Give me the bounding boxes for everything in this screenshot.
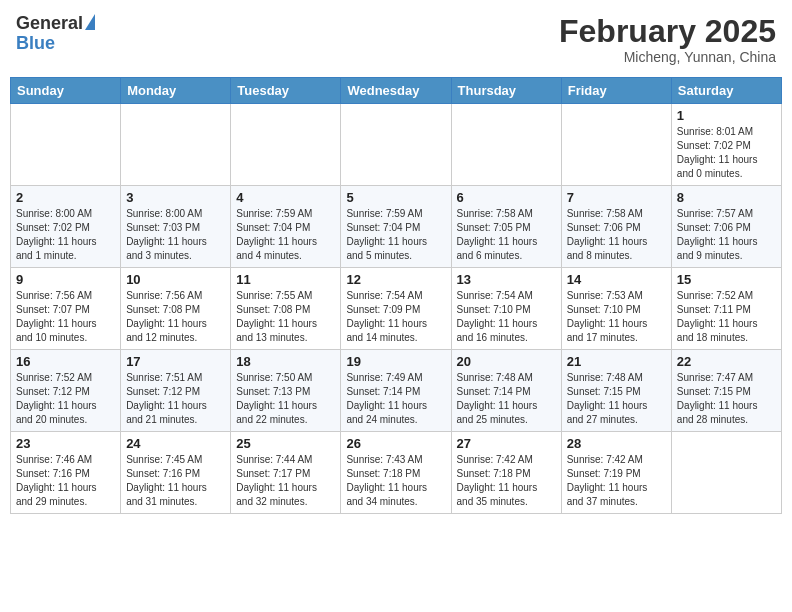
day-number: 7 bbox=[567, 190, 666, 205]
week-row-0: 1Sunrise: 8:01 AMSunset: 7:02 PMDaylight… bbox=[11, 104, 782, 186]
logo-triangle-icon bbox=[85, 14, 95, 30]
day-number: 28 bbox=[567, 436, 666, 451]
calendar-cell: 24Sunrise: 7:45 AMSunset: 7:16 PMDayligh… bbox=[121, 432, 231, 514]
logo-general-text: General bbox=[16, 14, 83, 34]
calendar-cell: 14Sunrise: 7:53 AMSunset: 7:10 PMDayligh… bbox=[561, 268, 671, 350]
day-info: Sunrise: 7:54 AMSunset: 7:09 PMDaylight:… bbox=[346, 289, 445, 345]
calendar-cell: 17Sunrise: 7:51 AMSunset: 7:12 PMDayligh… bbox=[121, 350, 231, 432]
weekday-header-tuesday: Tuesday bbox=[231, 78, 341, 104]
day-number: 20 bbox=[457, 354, 556, 369]
calendar-cell: 18Sunrise: 7:50 AMSunset: 7:13 PMDayligh… bbox=[231, 350, 341, 432]
day-number: 2 bbox=[16, 190, 115, 205]
day-info: Sunrise: 7:53 AMSunset: 7:10 PMDaylight:… bbox=[567, 289, 666, 345]
day-number: 4 bbox=[236, 190, 335, 205]
calendar-cell: 9Sunrise: 7:56 AMSunset: 7:07 PMDaylight… bbox=[11, 268, 121, 350]
weekday-header-row: SundayMondayTuesdayWednesdayThursdayFrid… bbox=[11, 78, 782, 104]
day-number: 25 bbox=[236, 436, 335, 451]
calendar-cell: 26Sunrise: 7:43 AMSunset: 7:18 PMDayligh… bbox=[341, 432, 451, 514]
calendar-cell bbox=[341, 104, 451, 186]
weekday-header-wednesday: Wednesday bbox=[341, 78, 451, 104]
day-info: Sunrise: 7:44 AMSunset: 7:17 PMDaylight:… bbox=[236, 453, 335, 509]
calendar-cell: 1Sunrise: 8:01 AMSunset: 7:02 PMDaylight… bbox=[671, 104, 781, 186]
calendar-cell: 4Sunrise: 7:59 AMSunset: 7:04 PMDaylight… bbox=[231, 186, 341, 268]
day-info: Sunrise: 7:45 AMSunset: 7:16 PMDaylight:… bbox=[126, 453, 225, 509]
day-info: Sunrise: 7:56 AMSunset: 7:08 PMDaylight:… bbox=[126, 289, 225, 345]
day-number: 26 bbox=[346, 436, 445, 451]
calendar-cell: 16Sunrise: 7:52 AMSunset: 7:12 PMDayligh… bbox=[11, 350, 121, 432]
calendar-cell: 21Sunrise: 7:48 AMSunset: 7:15 PMDayligh… bbox=[561, 350, 671, 432]
day-number: 24 bbox=[126, 436, 225, 451]
day-number: 6 bbox=[457, 190, 556, 205]
weekday-header-thursday: Thursday bbox=[451, 78, 561, 104]
calendar-cell: 2Sunrise: 8:00 AMSunset: 7:02 PMDaylight… bbox=[11, 186, 121, 268]
day-number: 1 bbox=[677, 108, 776, 123]
day-info: Sunrise: 7:52 AMSunset: 7:11 PMDaylight:… bbox=[677, 289, 776, 345]
calendar-cell bbox=[231, 104, 341, 186]
day-number: 14 bbox=[567, 272, 666, 287]
week-row-4: 23Sunrise: 7:46 AMSunset: 7:16 PMDayligh… bbox=[11, 432, 782, 514]
day-info: Sunrise: 7:48 AMSunset: 7:14 PMDaylight:… bbox=[457, 371, 556, 427]
logo: General Blue bbox=[16, 14, 95, 54]
calendar-cell: 15Sunrise: 7:52 AMSunset: 7:11 PMDayligh… bbox=[671, 268, 781, 350]
day-info: Sunrise: 7:58 AMSunset: 7:05 PMDaylight:… bbox=[457, 207, 556, 263]
calendar-cell: 8Sunrise: 7:57 AMSunset: 7:06 PMDaylight… bbox=[671, 186, 781, 268]
day-info: Sunrise: 7:59 AMSunset: 7:04 PMDaylight:… bbox=[236, 207, 335, 263]
day-info: Sunrise: 7:42 AMSunset: 7:19 PMDaylight:… bbox=[567, 453, 666, 509]
page-header: General Blue February 2025 Micheng, Yunn… bbox=[10, 10, 782, 69]
day-number: 23 bbox=[16, 436, 115, 451]
day-number: 17 bbox=[126, 354, 225, 369]
day-info: Sunrise: 8:00 AMSunset: 7:03 PMDaylight:… bbox=[126, 207, 225, 263]
day-info: Sunrise: 7:52 AMSunset: 7:12 PMDaylight:… bbox=[16, 371, 115, 427]
day-info: Sunrise: 7:49 AMSunset: 7:14 PMDaylight:… bbox=[346, 371, 445, 427]
day-number: 15 bbox=[677, 272, 776, 287]
day-info: Sunrise: 7:46 AMSunset: 7:16 PMDaylight:… bbox=[16, 453, 115, 509]
calendar-cell: 20Sunrise: 7:48 AMSunset: 7:14 PMDayligh… bbox=[451, 350, 561, 432]
day-info: Sunrise: 7:59 AMSunset: 7:04 PMDaylight:… bbox=[346, 207, 445, 263]
day-info: Sunrise: 7:43 AMSunset: 7:18 PMDaylight:… bbox=[346, 453, 445, 509]
calendar-cell: 27Sunrise: 7:42 AMSunset: 7:18 PMDayligh… bbox=[451, 432, 561, 514]
day-number: 9 bbox=[16, 272, 115, 287]
calendar-cell: 6Sunrise: 7:58 AMSunset: 7:05 PMDaylight… bbox=[451, 186, 561, 268]
week-row-1: 2Sunrise: 8:00 AMSunset: 7:02 PMDaylight… bbox=[11, 186, 782, 268]
title-block: February 2025 Micheng, Yunnan, China bbox=[559, 14, 776, 65]
day-info: Sunrise: 7:51 AMSunset: 7:12 PMDaylight:… bbox=[126, 371, 225, 427]
day-number: 10 bbox=[126, 272, 225, 287]
day-number: 12 bbox=[346, 272, 445, 287]
day-number: 3 bbox=[126, 190, 225, 205]
day-info: Sunrise: 7:48 AMSunset: 7:15 PMDaylight:… bbox=[567, 371, 666, 427]
day-number: 5 bbox=[346, 190, 445, 205]
day-info: Sunrise: 7:42 AMSunset: 7:18 PMDaylight:… bbox=[457, 453, 556, 509]
calendar-cell: 23Sunrise: 7:46 AMSunset: 7:16 PMDayligh… bbox=[11, 432, 121, 514]
calendar-cell bbox=[451, 104, 561, 186]
month-title: February 2025 bbox=[559, 14, 776, 49]
day-number: 8 bbox=[677, 190, 776, 205]
calendar-cell bbox=[671, 432, 781, 514]
weekday-header-friday: Friday bbox=[561, 78, 671, 104]
calendar-cell: 22Sunrise: 7:47 AMSunset: 7:15 PMDayligh… bbox=[671, 350, 781, 432]
day-info: Sunrise: 8:00 AMSunset: 7:02 PMDaylight:… bbox=[16, 207, 115, 263]
day-info: Sunrise: 7:56 AMSunset: 7:07 PMDaylight:… bbox=[16, 289, 115, 345]
calendar-cell: 11Sunrise: 7:55 AMSunset: 7:08 PMDayligh… bbox=[231, 268, 341, 350]
weekday-header-saturday: Saturday bbox=[671, 78, 781, 104]
calendar-cell bbox=[121, 104, 231, 186]
calendar-cell: 28Sunrise: 7:42 AMSunset: 7:19 PMDayligh… bbox=[561, 432, 671, 514]
day-info: Sunrise: 7:58 AMSunset: 7:06 PMDaylight:… bbox=[567, 207, 666, 263]
calendar-cell: 5Sunrise: 7:59 AMSunset: 7:04 PMDaylight… bbox=[341, 186, 451, 268]
day-info: Sunrise: 8:01 AMSunset: 7:02 PMDaylight:… bbox=[677, 125, 776, 181]
week-row-3: 16Sunrise: 7:52 AMSunset: 7:12 PMDayligh… bbox=[11, 350, 782, 432]
day-number: 11 bbox=[236, 272, 335, 287]
day-number: 16 bbox=[16, 354, 115, 369]
day-number: 27 bbox=[457, 436, 556, 451]
day-number: 19 bbox=[346, 354, 445, 369]
calendar-cell bbox=[561, 104, 671, 186]
day-number: 21 bbox=[567, 354, 666, 369]
logo-blue-text: Blue bbox=[16, 34, 55, 54]
calendar-cell: 7Sunrise: 7:58 AMSunset: 7:06 PMDaylight… bbox=[561, 186, 671, 268]
day-number: 13 bbox=[457, 272, 556, 287]
location: Micheng, Yunnan, China bbox=[559, 49, 776, 65]
week-row-2: 9Sunrise: 7:56 AMSunset: 7:07 PMDaylight… bbox=[11, 268, 782, 350]
day-info: Sunrise: 7:50 AMSunset: 7:13 PMDaylight:… bbox=[236, 371, 335, 427]
calendar-cell: 12Sunrise: 7:54 AMSunset: 7:09 PMDayligh… bbox=[341, 268, 451, 350]
day-info: Sunrise: 7:47 AMSunset: 7:15 PMDaylight:… bbox=[677, 371, 776, 427]
calendar-cell: 25Sunrise: 7:44 AMSunset: 7:17 PMDayligh… bbox=[231, 432, 341, 514]
